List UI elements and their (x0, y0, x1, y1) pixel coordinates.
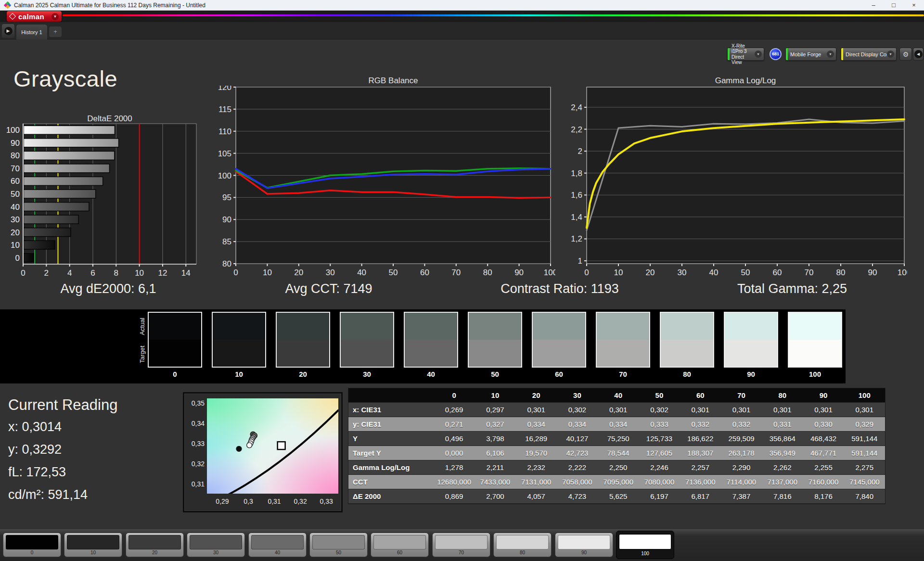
value-cell: 0,329 (844, 417, 885, 431)
value-cell: 188,307 (680, 446, 721, 460)
calman-logo-text: calman (18, 13, 44, 21)
svg-text:10: 10 (11, 241, 20, 250)
patch-color-chip (128, 535, 181, 549)
value-cell: 7160,000 (803, 475, 844, 489)
patch-button-10[interactable]: 10 (64, 533, 122, 557)
current-reading-x: x: 0,3014 (8, 420, 62, 434)
cie-x-tick-label: 0,29 (213, 497, 232, 505)
chevron-down-icon: ▼ (755, 51, 762, 58)
logo-bar: calman ▼ (0, 11, 924, 22)
svg-text:10: 10 (135, 268, 144, 278)
patch-color-chip (373, 535, 426, 549)
svg-text:90: 90 (11, 139, 20, 148)
svg-text:120: 120 (218, 86, 231, 92)
maximize-button[interactable]: □ (884, 0, 904, 10)
add-tab-button[interactable]: + (49, 26, 62, 37)
svg-text:2: 2 (578, 147, 582, 156)
value-cell: 90 (803, 388, 844, 402)
close-button[interactable]: × (904, 0, 924, 10)
gamma-chart-svg: 11,21,41,61,822,22,401020304050607080901… (567, 86, 907, 279)
svg-text:20: 20 (646, 268, 655, 277)
cie-x-tick-label: 0,31 (265, 497, 284, 505)
value-cell: 0,301 (598, 403, 639, 417)
svg-text:105: 105 (218, 149, 231, 158)
patch-button-60[interactable]: 60 (371, 533, 429, 557)
row-label-cell: Y (348, 432, 434, 446)
value-cell: 7095,000 (598, 475, 639, 489)
value-cell: 2,290 (721, 460, 762, 474)
grayscale-swatch-90: 90 (724, 312, 778, 378)
value-cell: 12680,000 (434, 475, 475, 489)
value-cell: 2,255 (803, 460, 844, 474)
patch-button-80[interactable]: 80 (493, 533, 552, 557)
value-cell: 0,301 (844, 403, 885, 417)
value-cell: 16,289 (516, 432, 557, 446)
svg-text:70: 70 (11, 164, 20, 173)
value-cell: 70 (721, 388, 762, 402)
value-cell: 7433,000 (475, 475, 515, 489)
svg-text:10: 10 (263, 268, 272, 277)
value-cell: 0,333 (639, 417, 680, 431)
patch-button-50[interactable]: 50 (309, 533, 368, 557)
svg-text:90: 90 (514, 268, 524, 277)
patch-color-chip (558, 535, 610, 549)
svg-text:8: 8 (114, 268, 118, 278)
patch-button-70[interactable]: 70 (432, 533, 490, 557)
value-cell: 42,723 (557, 446, 598, 460)
svg-text:100: 100 (6, 126, 20, 135)
value-cell: 2,250 (598, 460, 639, 474)
expand-right-icon: ▶ (4, 27, 13, 35)
svg-text:40: 40 (357, 268, 366, 277)
patch-button-20[interactable]: 20 (126, 533, 184, 557)
meter-reading-badge: 681 (770, 48, 782, 60)
collapse-left-icon: ◀ (914, 50, 923, 58)
patch-color-chip (619, 534, 671, 549)
chevron-down-icon: ▼ (827, 51, 834, 58)
meter-dropdown[interactable]: X-Rite i1Pro 3 Direct View ▼ (727, 48, 764, 61)
measurement-table: 0102030405060708090100x: CIE310,2690,297… (348, 388, 886, 504)
svg-text:1,4: 1,4 (571, 213, 582, 222)
svg-text:30: 30 (11, 215, 20, 224)
table-row-x-cie31: x: CIE310,2690,2970,3010,3020,3010,3020,… (348, 403, 885, 417)
value-cell: 2,232 (516, 460, 557, 474)
svg-text:100: 100 (218, 171, 231, 180)
patch-label: 100 (616, 551, 674, 556)
svg-text:14: 14 (181, 268, 191, 278)
table-row-target-y: Target Y0,0006,10619,57042,72378,544127,… (348, 446, 885, 460)
svg-text:80: 80 (483, 268, 492, 277)
stat-contrast-ratio: Contrast Ratio: 1193 (500, 281, 619, 296)
value-cell: 356,864 (762, 432, 803, 446)
svg-text:0: 0 (15, 254, 20, 263)
value-cell: 7,840 (844, 489, 885, 503)
value-cell: 468,432 (803, 432, 844, 446)
minimize-button[interactable]: – (863, 0, 884, 10)
collapse-panel-button[interactable]: ◀ (913, 48, 924, 61)
value-cell: 3,798 (475, 432, 515, 446)
display-control-dropdown[interactable]: Direct Display Control ▼ (841, 48, 897, 61)
deltae-chart-title: DeltaE 2000 (23, 114, 196, 124)
svg-text:0: 0 (21, 268, 25, 278)
tab-history-1[interactable]: History 1 (16, 25, 47, 39)
svg-text:12: 12 (158, 268, 167, 278)
value-cell: 127,605 (639, 446, 680, 460)
table-header-row: 0102030405060708090100 (348, 388, 885, 403)
svg-text:60: 60 (11, 177, 20, 186)
row-label-cell: x: CIE31 (348, 403, 434, 417)
value-cell: 7,816 (762, 489, 803, 503)
value-cell: 7145,000 (844, 475, 885, 489)
patch-button-0[interactable]: 0 (3, 533, 61, 557)
value-cell: 0,000 (434, 446, 475, 460)
patch-button-100[interactable]: 100 (616, 531, 674, 559)
value-cell: 0,301 (762, 403, 803, 417)
window-title: Calman 2025 Calman Ultimate for Business… (14, 2, 205, 9)
value-cell: 2,257 (680, 460, 721, 474)
value-cell: 2,211 (475, 460, 515, 474)
layout-expander-button[interactable]: ▶ (2, 24, 14, 38)
settings-button[interactable]: ⚙ (899, 48, 912, 61)
patch-button-90[interactable]: 90 (555, 533, 613, 557)
patch-button-40[interactable]: 40 (248, 533, 307, 557)
patch-button-30[interactable]: 30 (187, 533, 245, 557)
value-cell: 0,301 (803, 403, 844, 417)
calman-menu-button[interactable]: calman ▼ (7, 11, 62, 22)
source-dropdown[interactable]: Mobile Forge ▼ (785, 48, 836, 61)
